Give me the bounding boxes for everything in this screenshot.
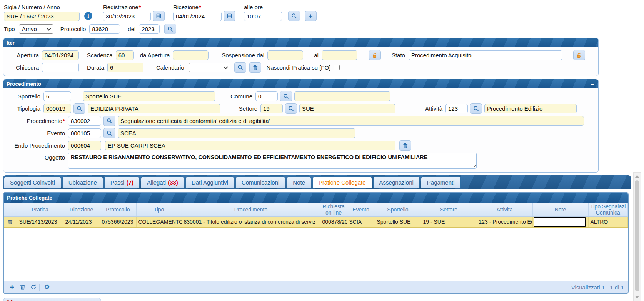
collapse-icon[interactable]: − (589, 40, 595, 46)
alle-ore-input[interactable] (244, 12, 282, 21)
column-header-tipo-segnalazione[interactable]: Tipo Segnalazi Comunica (588, 203, 628, 216)
stato-input[interactable] (409, 50, 562, 60)
ricezione-input[interactable] (173, 12, 222, 21)
alle-ore-field-group: alle ore (244, 4, 282, 21)
tab-soggetti-coinvolti[interactable]: Soggetti Coinvolti (4, 176, 61, 188)
tipologia-desc-input[interactable] (88, 104, 220, 113)
column-header-tipo[interactable]: Tipo (136, 203, 182, 216)
column-header-evento[interactable]: Evento (347, 203, 375, 216)
table-row[interactable]: SUE/1413/2023 24/11/2023 075366/2023 COL… (4, 216, 628, 227)
ricezione-label: Ricezione (173, 4, 199, 10)
calendario-delete-button[interactable] (249, 62, 261, 73)
nascondi-pratica-checkbox[interactable] (334, 65, 340, 70)
tab-note[interactable]: Note (287, 176, 311, 188)
tab-ubicazione[interactable]: Ubicazione (62, 176, 103, 188)
search-pratica-button[interactable] (288, 11, 300, 21)
column-header-ricezione[interactable]: Ricezione (63, 203, 100, 216)
scroll-up-button[interactable] (634, 173, 641, 179)
column-header-protocollo[interactable]: Protocollo (100, 203, 136, 216)
sospensione-dal-input[interactable] (267, 50, 303, 60)
settore-code-input[interactable] (260, 104, 283, 113)
cell-tipo-segnalazione: ALTRO (588, 216, 628, 227)
sportello-desc-input[interactable] (83, 91, 215, 101)
column-header-pratica[interactable]: Pratica (17, 203, 63, 216)
grid-header-row: Pratica Ricezione Protocollo Tipo Proced… (4, 203, 628, 216)
procedimento-desc-input[interactable] (118, 116, 584, 126)
column-header-richiesta-online[interactable]: Richiesta on-line (320, 203, 347, 216)
tab-comunicazioni[interactable]: Comunicazioni (235, 176, 285, 188)
sportello-code-input[interactable] (43, 91, 71, 101)
note-cell-editor[interactable] (534, 217, 586, 227)
scadenza-input[interactable] (116, 50, 134, 60)
chevron-down-icon (224, 65, 228, 69)
tipo-select[interactable]: Arrivo (19, 24, 53, 34)
attivita-desc-input[interactable] (484, 104, 577, 113)
rimuovi-pratiche-collegate-button[interactable]: ✖ Rimuovi Pratiche Collegate... (3, 298, 101, 301)
calendario-select[interactable] (189, 63, 230, 72)
evento-search-button[interactable] (103, 128, 115, 138)
al-input[interactable] (322, 50, 357, 60)
cell-richiesta-online: 000878/2023 (320, 216, 347, 227)
cell-pratica: SUE/1413/2023 (17, 216, 63, 227)
column-header-attivita[interactable]: Attivita (477, 203, 532, 216)
vertical-scrollbar[interactable] (633, 172, 641, 301)
sigla-input[interactable] (4, 12, 80, 21)
registrazione-calendar-button[interactable] (153, 11, 165, 21)
collapse-icon[interactable]: − (589, 81, 595, 87)
tab-dati-aggiuntivi[interactable]: Dati Aggiuntivi (185, 176, 234, 188)
del-label: del (128, 26, 135, 32)
add-row-button[interactable]: + (8, 283, 16, 291)
new-pratica-button[interactable]: + (305, 11, 317, 21)
ricezione-field-group: Ricezione* (173, 4, 222, 21)
column-header-sportello[interactable]: Sportello (375, 203, 421, 216)
attivita-search-button[interactable] (470, 103, 482, 114)
unlock-sospensione-button[interactable] (369, 50, 381, 60)
endo-desc-input[interactable] (105, 141, 395, 150)
column-header-settore[interactable]: Settore (421, 203, 477, 216)
tab-assegnazioni[interactable]: Assegnazioni (373, 176, 420, 188)
scrollbar-thumb[interactable] (635, 180, 639, 291)
column-header-procedimento[interactable]: Procedimento (182, 203, 320, 216)
comune-desc-input[interactable] (294, 91, 390, 101)
tab-count-badge: (33) (168, 179, 178, 186)
info-icon[interactable]: i (84, 12, 92, 20)
delete-row-button[interactable] (18, 283, 27, 291)
del-anno-input[interactable] (139, 24, 160, 34)
tipologia-code-input[interactable] (43, 104, 71, 113)
da-apertura-input[interactable] (173, 50, 209, 60)
search-protocollo-button[interactable] (164, 24, 176, 34)
ricezione-calendar-button[interactable] (224, 11, 235, 21)
tipologia-search-button[interactable] (73, 103, 85, 114)
settore-search-button[interactable] (285, 103, 297, 114)
calendario-search-button[interactable] (234, 62, 246, 73)
tab-pratiche-collegate[interactable]: Pratiche Collegate (312, 176, 372, 188)
row-delete-button[interactable] (7, 218, 14, 225)
procedimento-search-button[interactable] (103, 116, 115, 126)
apertura-input[interactable] (42, 50, 79, 60)
tab-pagamenti[interactable]: Pagamenti (421, 176, 461, 188)
durata-input[interactable] (107, 63, 143, 72)
tab-allegati[interactable]: Allegati(33) (141, 176, 184, 188)
tab-passi[interactable]: Passi(7) (104, 176, 140, 188)
endo-code-input[interactable] (68, 141, 101, 150)
evento-code-input[interactable] (68, 128, 101, 138)
refresh-button[interactable] (29, 283, 38, 291)
comune-search-button[interactable] (280, 91, 292, 101)
grid-settings-button[interactable]: ⚙ (43, 283, 51, 291)
procedimento-label: Procedimento (27, 118, 63, 124)
protocollo-input[interactable] (89, 24, 120, 34)
evento-label: Evento (7, 130, 65, 136)
endo-delete-button[interactable] (399, 140, 411, 151)
procedimento-code-input[interactable] (68, 116, 101, 126)
column-header-note[interactable]: Note (532, 203, 588, 216)
scroll-down-button[interactable] (634, 294, 641, 300)
chiusura-input[interactable] (42, 63, 79, 72)
registrazione-input[interactable] (103, 12, 151, 21)
evento-desc-input[interactable] (118, 128, 355, 138)
unlock-stato-button[interactable] (573, 50, 585, 60)
required-asterisk: * (139, 4, 141, 10)
attivita-code-input[interactable] (445, 104, 468, 113)
comune-code-input[interactable] (255, 91, 278, 101)
oggetto-textarea[interactable]: RESTAURO E RISANAMENTO CONSERVATIVO, CON… (68, 153, 477, 169)
settore-desc-input[interactable] (299, 104, 395, 113)
